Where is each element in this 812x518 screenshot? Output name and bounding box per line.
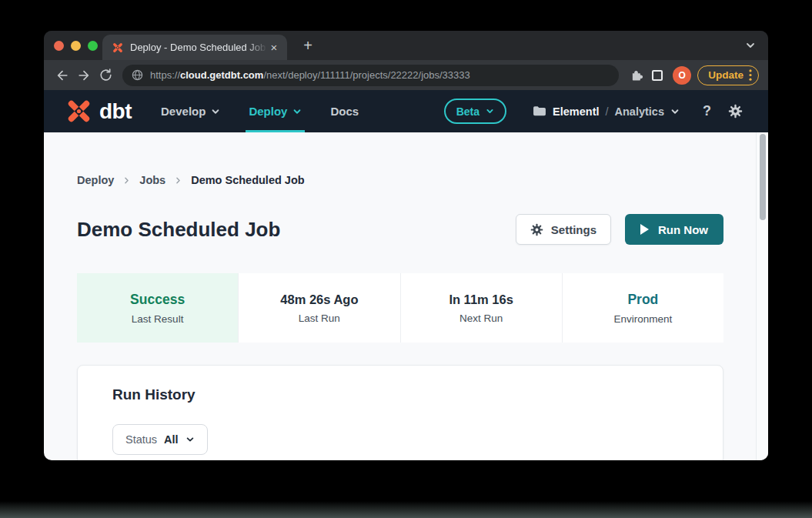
address-bar[interactable]: https://cloud.getdbt.com/next/deploy/111…	[122, 65, 619, 86]
settings-gear-icon[interactable]	[728, 104, 743, 119]
browser-toolbar: https://cloud.getdbt.com/next/deploy/111…	[44, 60, 768, 90]
nav-right-group: Beta Elementl / Analytics ?	[444, 99, 743, 124]
nav-item-docs[interactable]: Docs	[330, 90, 359, 132]
stat-value: 48m 26s Ago	[280, 292, 358, 307]
nav-item-develop[interactable]: Develop	[161, 90, 220, 132]
stat-value: Success	[130, 292, 185, 308]
title-row: Demo Scheduled Job	[77, 214, 723, 245]
stat-last-result: Success Last Result	[77, 273, 238, 343]
dbt-favicon-icon	[112, 42, 124, 54]
chevron-down-icon	[292, 107, 302, 116]
status-filter-dropdown[interactable]: Status All	[112, 424, 208, 455]
side-panel-icon[interactable]	[647, 65, 668, 86]
run-now-button-label: Run Now	[658, 223, 708, 236]
forward-button[interactable]	[73, 65, 95, 86]
dbt-logo-icon	[65, 97, 93, 125]
nav-item-label: Develop	[161, 105, 206, 118]
stat-label: Environment	[613, 313, 672, 325]
url-domain: cloud.getdbt.com	[180, 69, 263, 81]
browser-tab[interactable]: Deploy - Demo Scheduled Job ×	[102, 35, 287, 60]
account-separator: /	[605, 105, 608, 118]
run-now-button[interactable]: Run Now	[625, 214, 723, 245]
nav-item-deploy[interactable]: Deploy	[249, 90, 302, 132]
new-tab-button[interactable]: +	[298, 35, 318, 55]
desktop-background: Deploy - Demo Scheduled Job × +	[0, 0, 812, 518]
status-filter-label: Status	[125, 433, 157, 446]
url-prefix: https://	[150, 69, 180, 81]
stat-value: Prod	[627, 292, 658, 308]
scrollbar-thumb[interactable]	[760, 134, 766, 220]
tab-search-chevron-icon[interactable]	[745, 40, 756, 51]
chevron-down-icon	[211, 107, 220, 116]
help-button[interactable]: ?	[703, 103, 711, 119]
settings-button[interactable]: Settings	[516, 214, 611, 245]
stat-value: In 11m 16s	[449, 292, 513, 307]
stat-last-run: 48m 26s Ago Last Run	[238, 273, 399, 343]
page-title: Demo Scheduled Job	[77, 218, 280, 242]
title-actions: Settings Run Now	[516, 214, 723, 245]
tab-title: Deploy - Demo Scheduled Job	[130, 42, 267, 53]
kebab-menu-icon	[749, 69, 752, 81]
breadcrumb-current: Demo Scheduled Job	[191, 174, 304, 186]
status-filter-value: All	[164, 433, 179, 446]
settings-button-label: Settings	[551, 223, 596, 236]
window-controls	[54, 41, 98, 51]
extensions-puzzle-icon[interactable]	[625, 65, 647, 86]
stat-label: Last Run	[299, 312, 340, 324]
window-close-button[interactable]	[54, 41, 64, 51]
chevron-right-icon	[174, 176, 182, 185]
site-info-globe-icon[interactable]	[132, 69, 143, 81]
url-path: /next/deploy/111111/projects/22222/jobs/…	[263, 69, 469, 81]
page-content: Deploy Jobs Demo Scheduled Job Demo Sche…	[44, 132, 768, 460]
beta-dropdown-button[interactable]: Beta	[444, 99, 506, 124]
chevron-down-icon	[670, 107, 680, 116]
run-history-title: Run History	[112, 386, 723, 403]
job-stats-bar: Success Last Result 48m 26s Ago Last Run…	[77, 273, 723, 343]
breadcrumb-deploy[interactable]: Deploy	[77, 174, 114, 186]
dbt-logo[interactable]: dbt	[65, 97, 132, 125]
nav-item-label: Deploy	[249, 105, 287, 118]
nav-menu: Develop Deploy Docs	[161, 90, 387, 132]
update-label: Update	[708, 69, 743, 81]
stat-label: Last Result	[132, 313, 184, 325]
account-project-selector[interactable]: Elementl / Analytics	[533, 105, 680, 118]
dbt-wordmark: dbt	[99, 99, 132, 124]
window-minimize-button[interactable]	[71, 41, 81, 51]
folder-icon	[533, 105, 546, 117]
gear-icon	[530, 223, 543, 236]
reload-button[interactable]	[95, 65, 116, 86]
stat-environment: Prod Environment	[562, 273, 723, 343]
dbt-top-nav: dbt Develop Deploy Docs Beta	[44, 90, 768, 132]
breadcrumb-jobs[interactable]: Jobs	[139, 174, 165, 186]
profile-avatar[interactable]: O	[673, 66, 691, 85]
beta-label: Beta	[456, 105, 480, 118]
account-name: Elementl	[553, 105, 599, 118]
url-text: https://cloud.getdbt.com/next/deploy/111…	[150, 69, 470, 81]
run-history-card: Run History Status All	[77, 365, 723, 460]
project-name: Analytics	[615, 105, 664, 118]
stat-label: Next Run	[459, 312, 503, 324]
page-scrollbar[interactable]	[756, 132, 768, 460]
tab-close-icon[interactable]: ×	[267, 41, 281, 55]
browser-update-button[interactable]: Update	[697, 65, 759, 85]
chevron-down-icon	[486, 107, 494, 115]
chevron-down-icon	[185, 435, 195, 444]
window-zoom-button[interactable]	[88, 41, 98, 51]
breadcrumb: Deploy Jobs Demo Scheduled Job	[77, 132, 723, 186]
browser-window: Deploy - Demo Scheduled Job × +	[44, 31, 768, 460]
play-icon	[640, 224, 649, 235]
browser-tab-strip: Deploy - Demo Scheduled Job × +	[44, 31, 768, 60]
back-button[interactable]	[52, 65, 73, 86]
chevron-right-icon	[122, 176, 131, 185]
nav-item-label: Docs	[330, 105, 359, 118]
stat-next-run: In 11m 16s Next Run	[400, 273, 562, 343]
